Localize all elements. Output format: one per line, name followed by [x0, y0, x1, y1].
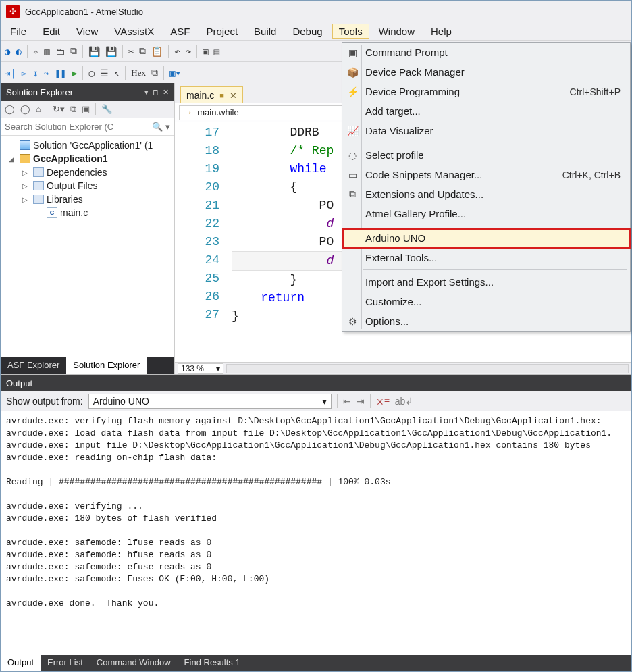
h-scrollbar[interactable] — [226, 364, 629, 373]
search-icon[interactable]: 🔍 ▾ — [148, 122, 174, 132]
solution-search: 🔍 ▾ — [1, 118, 174, 136]
output-panel: Output Show output from: Arduino UNO ▾ ⇤… — [1, 374, 631, 671]
toggle-wrap-icon[interactable]: ab↲ — [395, 396, 414, 407]
expand-icon[interactable]: ▷ — [22, 169, 30, 176]
show-all-icon[interactable]: ▣ — [82, 104, 90, 114]
tree-node[interactable]: ▷Dependencies — [3, 165, 172, 179]
project-node[interactable]: ◢ GccApplication1 — [3, 152, 172, 165]
pin-icon[interactable]: ■ — [219, 91, 224, 99]
menu-item-device-pack-manager[interactable]: 📦Device Pack Manager — [342, 62, 630, 82]
properties-icon[interactable]: 🔧 — [101, 104, 112, 114]
viz-icon: 📈 — [342, 126, 363, 136]
continue-icon[interactable]: ▻ — [22, 68, 27, 78]
side-tab[interactable]: Solution Explorer — [66, 357, 147, 374]
tree-node[interactable]: ▷Libraries — [3, 192, 172, 206]
breakpoint-list-icon[interactable]: ☰ — [100, 68, 109, 78]
expand-icon[interactable]: ▷ — [22, 196, 30, 203]
solution-search-input[interactable] — [1, 118, 148, 135]
menu-window[interactable]: Window — [372, 24, 421, 39]
menu-build[interactable]: Build — [247, 24, 283, 39]
output-tab[interactable]: Error List — [41, 655, 90, 671]
side-tab[interactable]: ASF Explorer — [1, 357, 66, 374]
output-tab[interactable]: Find Results 1 — [178, 655, 247, 671]
forward-icon[interactable]: ◯ — [20, 104, 30, 114]
menu-tools[interactable]: Tools — [332, 24, 369, 39]
build-icon[interactable]: ▣ — [203, 46, 208, 57]
output-tab[interactable]: Output — [1, 655, 41, 671]
output-tab[interactable]: Command Window — [90, 655, 178, 671]
menu-item-atmel-gallery-profile[interactable]: Atmel Gallery Profile... — [342, 204, 630, 224]
find-message-icon[interactable]: ⇤ — [343, 396, 351, 407]
panel-close-icon[interactable]: ✕ — [163, 88, 169, 97]
menu-item-code-snippets-manager[interactable]: ▭Code Snippets Manager...Ctrl+K, Ctrl+B — [342, 165, 630, 184]
paste-icon[interactable]: 📋 — [151, 46, 163, 57]
window-title: GccApplication1 - AtmelStudio — [25, 7, 143, 17]
menu-item-label: Atmel Gallery Profile... — [363, 208, 621, 219]
redo-icon[interactable]: ↷ — [186, 46, 191, 57]
nav-fwd-icon[interactable]: ◐ — [16, 46, 21, 57]
disassembly-icon[interactable]: ⧉ — [151, 67, 158, 78]
menu-project[interactable]: Project — [199, 24, 244, 39]
panel-pin-icon[interactable]: ⊓ — [153, 88, 159, 97]
add-item-icon[interactable]: ⧉ — [70, 45, 77, 57]
menu-item-command-prompt[interactable]: ▣Command Prompt — [342, 43, 630, 62]
document-tab[interactable]: main.c ■ ✕ — [180, 86, 243, 103]
menu-item-data-visualizer[interactable]: 📈Data Visualizer — [342, 121, 630, 140]
panel-dropdown-icon[interactable]: ▾ — [144, 88, 149, 97]
save-all-icon[interactable]: 💾 — [105, 46, 117, 57]
cut-icon[interactable]: ✂ — [128, 46, 134, 57]
tree-node-label: Libraries — [47, 194, 83, 205]
cursor-icon[interactable]: ↖ — [114, 68, 120, 78]
sync-icon[interactable]: ↻▾ — [53, 104, 65, 114]
build-sln-icon[interactable]: ▤ — [214, 46, 219, 57]
hex-toggle[interactable]: Hex — [131, 68, 146, 78]
step-over-icon[interactable]: ↷ — [44, 68, 49, 78]
menu-item-external-tools[interactable]: External Tools... — [342, 248, 630, 267]
tree-node[interactable]: ▷Output Files — [3, 179, 172, 192]
pause-icon[interactable]: ❚❚ — [55, 68, 66, 78]
menu-help[interactable]: Help — [424, 24, 458, 39]
nav-back-icon[interactable]: ◑ — [5, 46, 10, 57]
copy-icon[interactable]: ⧉ — [139, 45, 146, 57]
solution-root[interactable]: Solution 'GccApplication1' (1 — [3, 138, 172, 152]
collapse-icon[interactable]: ⧉ — [70, 104, 76, 115]
menu-item-arduino-uno[interactable]: Arduino UNO — [342, 228, 630, 248]
menu-item-select-profile[interactable]: ◌Select profile — [342, 145, 630, 165]
file-node[interactable]: C main.c — [3, 206, 172, 219]
back-icon[interactable]: ◯ — [5, 104, 15, 114]
menu-debug[interactable]: Debug — [286, 24, 329, 39]
new-project-icon[interactable]: ✧ — [33, 46, 38, 57]
breakpoint-toggle-icon[interactable]: ◯ — [88, 68, 94, 78]
zoom-combo[interactable]: 133 %▾ — [178, 363, 223, 374]
prof-icon: ◌ — [342, 150, 363, 161]
debug-target-icon[interactable]: ▣▾ — [169, 68, 181, 78]
clear-all-icon[interactable]: ⨯≡ — [376, 396, 390, 407]
open-icon[interactable]: 🗀 — [55, 46, 65, 57]
output-text[interactable]: avrdude.exe: verifying flash memory agai… — [1, 411, 631, 655]
save-icon[interactable]: 💾 — [88, 46, 100, 57]
undo-icon[interactable]: ↶ — [174, 46, 180, 57]
menu-vassistx[interactable]: VAssistX — [107, 24, 161, 39]
menu-asf[interactable]: ASF — [163, 24, 196, 39]
document-tab-label: main.c — [186, 90, 214, 101]
close-icon[interactable]: ✕ — [230, 91, 237, 101]
solution-tree[interactable]: Solution 'GccApplication1' (1 ◢ GccAppli… — [1, 136, 174, 357]
menu-file[interactable]: File — [3, 24, 33, 39]
menu-edit[interactable]: Edit — [36, 24, 67, 39]
home-icon[interactable]: ⌂ — [36, 104, 41, 114]
menu-item-add-target[interactable]: Add target... — [342, 101, 630, 121]
start-debug-icon[interactable]: ▶ — [72, 68, 77, 78]
menu-item-customize[interactable]: Customize... — [342, 292, 630, 311]
run-to-cursor-icon[interactable]: ⇥| — [5, 68, 16, 78]
new-file-icon[interactable]: ▥ — [44, 46, 49, 57]
menu-item-import-and-export-settings[interactable]: Import and Export Settings... — [342, 272, 630, 292]
expand-icon[interactable]: ▷ — [22, 182, 30, 190]
menu-view[interactable]: View — [70, 24, 105, 39]
menu-item-options[interactable]: ⚙Options... — [342, 311, 630, 331]
menu-item-extensions-and-updates[interactable]: ⧉Extensions and Updates... — [342, 184, 630, 204]
output-source-combo[interactable]: Arduino UNO ▾ — [88, 394, 332, 409]
menu-item-device-programming[interactable]: ⚡Device ProgrammingCtrl+Shift+P — [342, 82, 630, 101]
expand-icon[interactable]: ◢ — [9, 155, 17, 163]
goto-prev-icon[interactable]: ⇥ — [357, 396, 365, 407]
step-into-icon[interactable]: ↧ — [32, 68, 38, 78]
